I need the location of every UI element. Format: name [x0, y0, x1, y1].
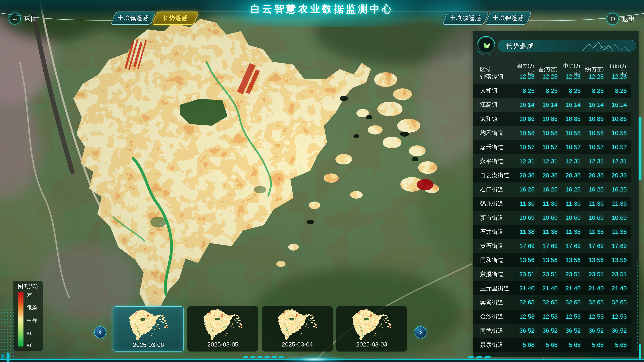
logout-icon	[610, 16, 616, 22]
dashboard: 白云智慧农业数据监测中心 ← 返回 土壤氮遥感 长势遥感 土壤磷遥感 土壤钾遥感…	[0, 0, 644, 362]
card-date: 2025-03-03	[356, 341, 387, 348]
value-poor: 12.28	[534, 73, 558, 80]
tab-soil-phosphorus[interactable]: 土壤磷遥感	[442, 11, 489, 25]
value-poor: 11.36	[534, 200, 558, 207]
value-very-good: 10.69	[604, 214, 627, 221]
value-poor: 10.57	[534, 144, 558, 151]
table-row[interactable]: 同和街道 13.56 13.56 13.56 13.56 13.56	[473, 253, 632, 267]
bottom-strip	[0, 360, 644, 362]
value-very-good: 13.56	[604, 257, 627, 264]
value-medium: 12.28	[558, 73, 581, 80]
panel-tick-decoration	[637, 262, 638, 350]
table-row[interactable]: 太和镇 10.86 10.86 10.86 10.86 10.86	[473, 112, 632, 126]
value-very-poor: 10.86	[512, 115, 534, 122]
table-row[interactable]: 人和镇 8.25 8.25 8.25 8.25 8.25	[473, 84, 632, 98]
value-very-poor: 16.25	[512, 186, 534, 193]
tab-growth[interactable]: 长势遥感	[152, 11, 199, 25]
value-very-good: 12.28	[604, 73, 627, 80]
table-row[interactable]: 鹤龙街道 11.36 11.36 11.36 11.36 11.36	[473, 197, 632, 211]
date-card[interactable]: 2025-03-04	[262, 306, 333, 352]
chevron-left-icon	[98, 330, 103, 334]
table-row[interactable]: 嘉禾街道 10.57 10.57 10.57 10.57 10.57	[473, 140, 632, 154]
value-poor: 11.38	[534, 228, 558, 235]
value-very-good: 12.53	[604, 313, 627, 320]
table-row[interactable]: 棠景街道 32.65 32.65 32.65 32.65 32.65	[473, 295, 632, 310]
card-date: 2025-03-04	[282, 341, 313, 348]
value-medium: 20.36	[558, 172, 581, 179]
value-very-poor: 11.36	[512, 200, 534, 207]
tab-soil-potassium[interactable]: 土壤钾遥感	[485, 11, 532, 25]
value-medium: 11.36	[558, 200, 581, 207]
region-name: 钟落潭镇	[480, 73, 512, 81]
table-row[interactable]: 黄石街道 17.69 17.69 17.69 17.69 17.69	[473, 239, 632, 253]
value-medium: 10.58	[558, 130, 581, 137]
carousel-next-button[interactable]	[415, 326, 426, 338]
panel-scroll-track	[641, 46, 641, 356]
table-row[interactable]: 新市街道 10.69 10.69 10.69 10.69 10.69	[473, 211, 632, 225]
region-name: 景泰街道	[480, 341, 512, 349]
table-row[interactable]: 永平街道 12.31 12.31 12.31 12.31 12.31	[473, 154, 632, 168]
value-good: 23.51	[581, 271, 604, 278]
exit-button[interactable]: 退出	[607, 13, 635, 25]
map-thumbnail	[344, 308, 399, 341]
carousel-prev-button[interactable]	[94, 326, 106, 338]
bottom-slant-decoration	[304, 354, 336, 359]
region-name: 三元里街道	[480, 285, 512, 293]
value-very-good: 10.57	[604, 144, 627, 151]
value-good: 12.53	[581, 313, 604, 320]
table-row[interactable]: 石门街道 16.25 16.25 16.25 16.25 16.25	[473, 182, 632, 197]
region-name: 均禾街道	[480, 129, 512, 137]
value-medium: 23.51	[558, 271, 581, 278]
dot-grid-decoration	[0, 308, 14, 360]
region-name: 棠景街道	[480, 299, 512, 307]
value-good: 13.56	[581, 257, 604, 264]
table-row[interactable]: 石井街道 11.38 11.38 11.38 11.38 11.38	[473, 225, 632, 239]
card-date: 2025-03-06	[133, 342, 164, 348]
table-row[interactable]: 三元里街道 21.40 21.40 21.40 21.40 21.40	[473, 281, 632, 295]
region-name: 人和镇	[480, 87, 512, 95]
value-very-poor: 12.53	[512, 313, 534, 320]
panel-scroll-thumb[interactable]	[640, 117, 641, 180]
value-poor: 8.25	[534, 87, 558, 94]
table-row[interactable]: 金沙街道 12.53 12.53 12.53 12.53 12.53	[473, 310, 632, 324]
value-very-good: 8.25	[604, 87, 627, 94]
region-name: 嘉禾街道	[480, 143, 512, 151]
value-very-good: 16.14	[604, 101, 627, 108]
value-good: 10.86	[581, 115, 604, 122]
back-button[interactable]: ← 返回	[9, 12, 37, 24]
date-card[interactable]: 2025-03-03	[336, 306, 407, 352]
value-medium: 11.38	[558, 228, 581, 235]
value-poor: 10.86	[534, 115, 558, 122]
growth-data-panel: 长势遥感 区域 很差(万亩) 差(万亩) 中等(万亩) 好(万亩) 很好(万亩)…	[473, 31, 638, 357]
region-name: 黄石街道	[480, 242, 512, 250]
table-row[interactable]: 均禾街道 10.58 10.58 10.58 10.58 10.58	[473, 126, 632, 140]
legend-title: 图例(°C)	[13, 283, 43, 290]
table-row[interactable]: 同德街道 36.52 36.52 36.52 36.52 36.52	[473, 324, 632, 338]
value-poor: 23.51	[534, 271, 558, 278]
value-medium: 32.65	[558, 299, 581, 306]
date-card[interactable]: 2025-03-06	[113, 306, 184, 352]
table-row[interactable]: 钟落潭镇 12.28 12.28 12.28 12.28 12.28	[473, 69, 632, 84]
table-row[interactable]: 江高镇 16.14 16.14 16.14 16.14 16.14	[473, 98, 632, 112]
value-poor: 17.69	[534, 243, 558, 250]
table-row[interactable]: 自云湖街道 20.36 20.36 20.36 20.36 20.36	[473, 168, 632, 182]
value-medium: 21.40	[558, 285, 581, 292]
value-very-poor: 20.36	[512, 172, 534, 179]
value-poor: 10.69	[534, 214, 558, 221]
value-good: 11.38	[581, 228, 604, 235]
value-good: 16.14	[581, 101, 604, 108]
date-card[interactable]: 2025-03-05	[188, 306, 258, 352]
legend-label: 好	[27, 342, 32, 348]
value-very-poor: 10.58	[512, 130, 534, 137]
back-label: 返回	[24, 14, 37, 23]
value-medium: 8.25	[558, 87, 581, 94]
region-name: 永平街道	[480, 157, 512, 165]
value-good: 5.68	[581, 342, 604, 348]
region-name: 新市街道	[480, 214, 512, 222]
table-row[interactable]: 景泰街道 5.68 5.68 5.68 5.68 5.68	[473, 338, 632, 352]
back-arrow-icon: ←	[12, 15, 18, 22]
tab-soil-nitrogen[interactable]: 土壤氮遥感	[110, 11, 156, 25]
table-row[interactable]: 京溪街道 23.51 23.51 23.51 23.51 23.51	[473, 267, 632, 281]
map-thumbnail	[270, 308, 324, 341]
value-very-poor: 5.68	[512, 342, 534, 348]
